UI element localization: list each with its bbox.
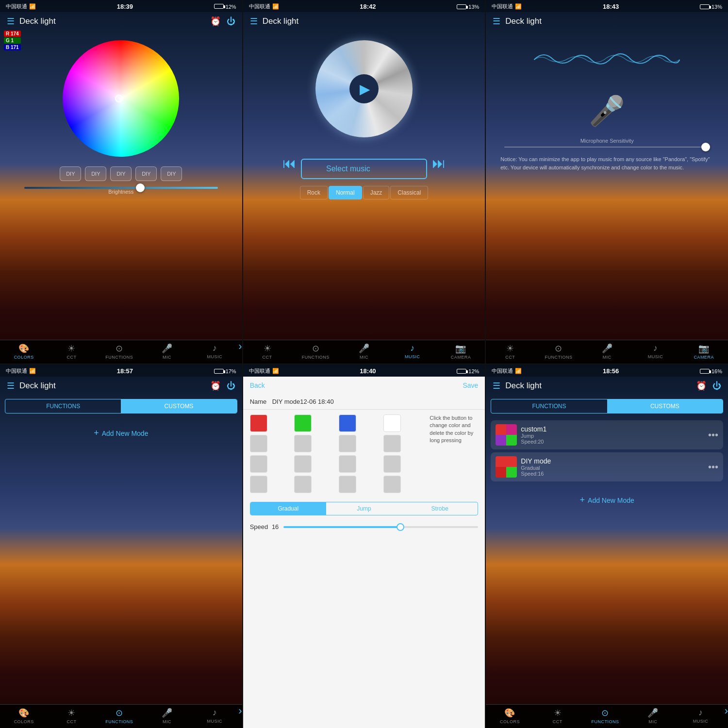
customs-more-0[interactable]: ••• — [708, 430, 718, 441]
power-icon[interactable]: ⏻ — [227, 381, 235, 391]
tab-functions[interactable]: ⊙ FUNCTIONS — [96, 340, 143, 364]
diy-btn-2[interactable]: DIY — [85, 166, 106, 181]
color-cell-7[interactable] — [383, 435, 401, 452]
color-cell-1[interactable] — [294, 414, 312, 432]
save-button[interactable]: Save — [463, 381, 478, 389]
tab-functions-dual[interactable]: FUNCTIONS — [491, 399, 607, 413]
play-icon[interactable]: ▶ — [360, 81, 370, 97]
menu-icon[interactable]: ☰ — [250, 16, 258, 27]
diy-btn-5[interactable]: DIY — [161, 166, 182, 181]
color-cell-5[interactable] — [294, 435, 312, 452]
time: 18:56 — [603, 367, 619, 375]
tab-cct[interactable]: ☀ CCT — [534, 705, 581, 728]
color-cell-10[interactable] — [339, 455, 356, 473]
color-cell-15[interactable] — [383, 476, 401, 493]
color-cell-14[interactable] — [339, 476, 356, 493]
select-music-button[interactable]: Select music — [301, 159, 427, 179]
alarm-icon[interactable]: ⏰ — [210, 16, 221, 27]
genre-jazz[interactable]: Jazz — [363, 186, 390, 199]
tab-colors[interactable]: 🎨 COLORS — [0, 340, 48, 364]
name-input[interactable] — [272, 398, 479, 405]
color-cell-9[interactable] — [294, 455, 312, 473]
prev-icon[interactable]: ⏮ — [282, 155, 296, 171]
tab-functions[interactable]: ⊙ FUNCTIONS — [96, 705, 143, 728]
tab-music[interactable]: ♪ MUSIC — [631, 340, 680, 364]
diy-btn-3[interactable]: DIY — [110, 166, 132, 181]
color-cell-6[interactable] — [339, 435, 356, 452]
customs-item-0[interactable]: custom1 Jump Speed:20 ••• — [491, 420, 723, 449]
tab-camera[interactable]: 📷 CAMERA — [679, 340, 728, 364]
app-title: Deck light — [505, 381, 691, 391]
name-label: Name — [250, 398, 267, 405]
tab-cct[interactable]: ☀ CCT — [486, 340, 534, 364]
tab-cct[interactable]: ☀ CCT — [243, 340, 292, 364]
brightness-slider[interactable] — [24, 187, 218, 189]
tab-mic[interactable]: 🎤 MIC — [583, 340, 631, 364]
color-cell-2[interactable] — [339, 414, 356, 432]
color-wheel-wrapper[interactable] — [63, 40, 179, 157]
power-icon[interactable]: ⏻ — [227, 17, 235, 27]
diy-btn-4[interactable]: DIY — [135, 166, 157, 181]
menu-icon[interactable]: ☰ — [7, 381, 15, 391]
nav-arrow-right[interactable]: › — [725, 705, 728, 728]
customs-more-1[interactable]: ••• — [708, 462, 718, 473]
genre-rock[interactable]: Rock — [300, 186, 328, 199]
color-cell-0[interactable] — [250, 414, 267, 432]
tab-cct[interactable]: ☀ CCT — [48, 705, 95, 728]
customs-item-1[interactable]: DIY mode Gradual Speed:16 ••• — [491, 452, 723, 481]
anim-gradual[interactable]: Gradual — [250, 502, 326, 515]
add-new-mode-button[interactable]: + Add New Mode — [88, 422, 154, 444]
tab-functions[interactable]: ⊙ FUNCTIONS — [581, 705, 629, 728]
menu-icon[interactable]: ☰ — [493, 16, 500, 27]
tab-music[interactable]: ♪ MUSIC — [677, 705, 724, 728]
app-title: Deck light — [19, 17, 205, 26]
anim-jump[interactable]: Jump — [326, 502, 402, 515]
genre-normal[interactable]: Normal — [329, 186, 362, 199]
color-wheel[interactable] — [63, 40, 179, 157]
menu-icon[interactable]: ☰ — [7, 16, 15, 27]
sensitivity-slider[interactable] — [504, 147, 710, 148]
tab-mic[interactable]: 🎤 MIC — [340, 340, 388, 364]
color-cell-8[interactable] — [250, 455, 267, 473]
genre-tabs: Rock Normal Jazz Classical — [300, 186, 429, 199]
content-area: FUNCTIONS CUSTOMS + Add New Mode — [0, 395, 242, 704]
tab-colors[interactable]: 🎨 COLORS — [0, 705, 48, 728]
cd-center[interactable]: ▶ — [349, 74, 379, 103]
tab-music[interactable]: ♪ MUSIC — [191, 705, 238, 728]
nav-arrow-right[interactable]: › — [238, 340, 242, 364]
next-icon[interactable]: ⏭ — [432, 155, 446, 171]
alarm-icon[interactable]: ⏰ — [210, 381, 221, 391]
status-bar: 中国联通 📶 18:43 13% — [486, 0, 728, 12]
tab-customs-dual[interactable]: CUSTOMS — [607, 399, 723, 413]
tab-cct[interactable]: ☀ CCT — [48, 340, 95, 364]
tab-customs-dual[interactable]: CUSTOMS — [121, 399, 236, 413]
genre-classical[interactable]: Classical — [390, 186, 428, 199]
panel-mic: 中国联通 📶 18:43 13% ☰ Deck light 🎤 Micropho… — [486, 0, 728, 364]
color-cell-13[interactable] — [294, 476, 312, 493]
tab-music[interactable]: ♪ MUSIC — [388, 340, 437, 364]
back-button[interactable]: Back — [250, 381, 265, 389]
tab-camera[interactable]: 📷 CAMERA — [437, 340, 485, 364]
color-cell-4[interactable] — [250, 435, 267, 452]
color-cell-3[interactable] — [383, 414, 401, 432]
tab-music[interactable]: ♪ MUSIC — [191, 340, 238, 364]
color-cell-12[interactable] — [250, 476, 267, 493]
diy-btn-1[interactable]: DIY — [60, 166, 81, 181]
add-new-mode-button[interactable]: + Add New Mode — [574, 489, 640, 511]
tab-mic[interactable]: 🎤 MIC — [143, 705, 191, 728]
tab-functions-dual[interactable]: FUNCTIONS — [5, 399, 121, 413]
tab-colors[interactable]: 🎨 COLORS — [486, 705, 533, 728]
anim-strobe[interactable]: Strobe — [402, 502, 478, 515]
alarm-icon[interactable]: ⏰ — [696, 381, 707, 391]
tab-functions[interactable]: ⊙ FUNCTIONS — [291, 340, 340, 364]
panel-diy-edit: 中国联通 📶 18:40 12% Back Save Name Click th… — [243, 364, 485, 728]
speed-slider[interactable] — [283, 526, 478, 528]
power-icon[interactable]: ⏻ — [712, 381, 721, 391]
menu-icon[interactable]: ☰ — [493, 381, 500, 391]
tab-functions[interactable]: ⊙ FUNCTIONS — [534, 340, 583, 364]
signal-icon: 📶 — [272, 368, 279, 374]
tab-mic[interactable]: 🎤 MIC — [143, 340, 191, 364]
nav-arrow-right[interactable]: › — [238, 705, 242, 728]
tab-mic[interactable]: 🎤 MIC — [629, 705, 677, 728]
color-cell-11[interactable] — [383, 455, 401, 473]
